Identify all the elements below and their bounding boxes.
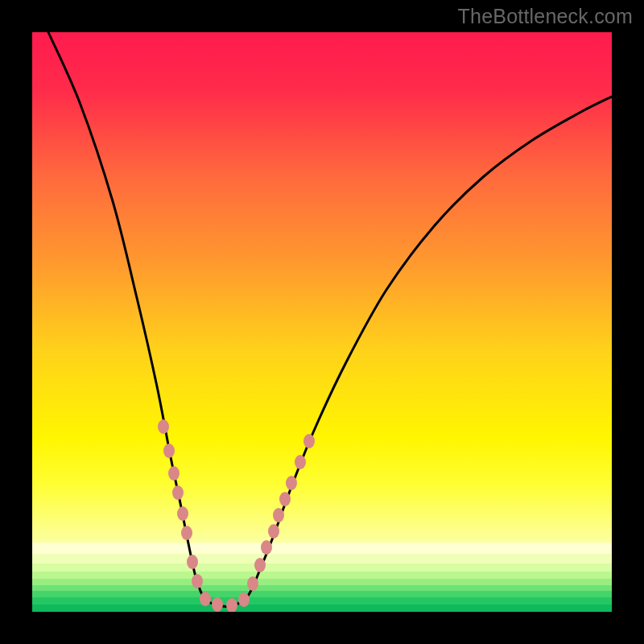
data-marker bbox=[226, 598, 237, 612]
data-marker bbox=[192, 574, 203, 588]
data-marker bbox=[268, 524, 279, 539]
data-marker bbox=[158, 419, 169, 434]
data-marker bbox=[247, 576, 258, 591]
data-marker bbox=[295, 455, 306, 469]
curve-path bbox=[48, 32, 612, 606]
data-marker bbox=[163, 444, 175, 458]
plot-area bbox=[32, 32, 612, 612]
data-marker bbox=[168, 466, 180, 481]
data-marker bbox=[261, 540, 272, 555]
data-marker bbox=[286, 476, 297, 490]
data-marker bbox=[254, 558, 266, 572]
data-marker bbox=[172, 485, 184, 500]
chart-svg bbox=[32, 32, 612, 612]
watermark-label: TheBottleneck.com bbox=[458, 5, 633, 28]
data-marker bbox=[212, 597, 223, 612]
chart-frame: TheBottleneck.com bbox=[0, 0, 644, 644]
data-marker bbox=[200, 592, 211, 606]
data-marker bbox=[303, 434, 315, 448]
data-marker bbox=[177, 506, 188, 521]
data-marker bbox=[187, 555, 198, 569]
data-marker bbox=[279, 492, 291, 506]
data-marker bbox=[238, 592, 250, 607]
data-marker bbox=[181, 526, 192, 540]
data-marker bbox=[273, 508, 284, 522]
